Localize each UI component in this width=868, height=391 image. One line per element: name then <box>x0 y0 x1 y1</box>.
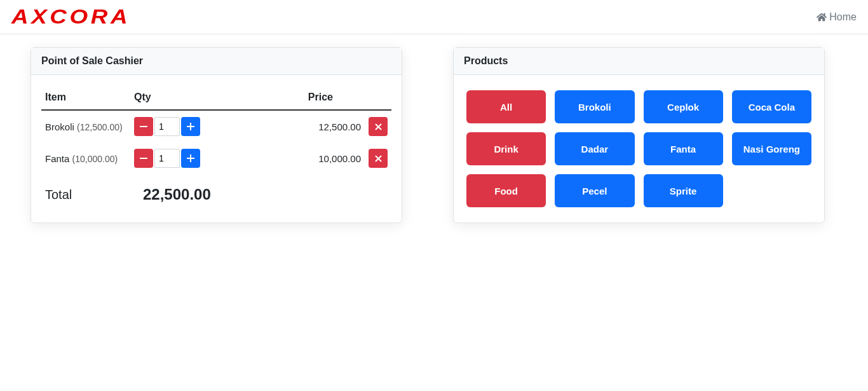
col-item: Item <box>41 85 130 110</box>
plus-icon <box>187 154 194 162</box>
product-pecel[interactable]: Pecel <box>555 174 634 207</box>
minus-icon <box>140 154 147 162</box>
qty-input[interactable] <box>154 117 180 136</box>
main-container: Point of Sale Cashier Item Qty Price Bro… <box>0 34 868 236</box>
delete-line-button[interactable] <box>369 117 388 136</box>
delete-line-button[interactable] <box>369 149 388 168</box>
line-price: 12,500.00 <box>259 110 365 142</box>
navbar: AXCORA Home <box>0 0 868 34</box>
col-qty: Qty <box>130 85 259 110</box>
cashier-card: Point of Sale Cashier Item Qty Price Bro… <box>31 47 402 223</box>
product-food[interactable]: Food <box>466 174 546 207</box>
cashier-title: Point of Sale Cashier <box>31 48 402 75</box>
qty-increment-button[interactable] <box>181 149 200 168</box>
products-title: Products <box>454 48 824 75</box>
qty-decrement-button[interactable] <box>134 117 153 136</box>
svg-rect-2 <box>190 123 191 130</box>
total-value: 22,500.00 <box>143 186 211 203</box>
item-unit-price: (12,500.00) <box>77 122 123 132</box>
col-price: Price <box>259 85 365 110</box>
item-unit-price: (10,000.00) <box>72 154 118 164</box>
item-name: Fanta <box>45 153 69 164</box>
product-fanta[interactable]: Fanta <box>644 132 723 165</box>
qty-increment-button[interactable] <box>181 117 200 136</box>
line-price: 10,000.00 <box>259 142 365 174</box>
close-icon <box>375 155 382 162</box>
total-label: Total <box>41 174 130 210</box>
qty-decrement-button[interactable] <box>134 149 153 168</box>
cart-row: Fanta (10,000.00) <box>41 142 391 174</box>
nav-home-label: Home <box>829 11 857 23</box>
products-card: Products All Brokoli Ceplok Coca Cola Dr… <box>453 47 825 223</box>
product-drink[interactable]: Drink <box>466 132 546 165</box>
item-name: Brokoli <box>45 121 74 132</box>
product-dadar[interactable]: Dadar <box>555 132 634 165</box>
home-icon <box>817 12 827 22</box>
products-grid: All Brokoli Ceplok Coca Cola Drink Dadar… <box>464 85 814 212</box>
cashier-table: Item Qty Price Brokoli (12,500.00) <box>41 85 391 210</box>
product-sprite[interactable]: Sprite <box>644 174 723 207</box>
total-row: Total 22,500.00 <box>41 174 391 210</box>
cart-row: Brokoli (12,500.00) <box>41 110 391 142</box>
product-brokoli[interactable]: Brokoli <box>555 90 634 123</box>
product-ceplok[interactable]: Ceplok <box>644 90 723 123</box>
close-icon <box>375 123 382 130</box>
minus-icon <box>140 123 147 130</box>
product-all[interactable]: All <box>466 90 546 123</box>
product-coca-cola[interactable]: Coca Cola <box>732 90 811 123</box>
svg-rect-0 <box>140 126 147 127</box>
qty-input[interactable] <box>154 149 180 168</box>
svg-rect-3 <box>140 158 147 159</box>
nav-home-link[interactable]: Home <box>817 11 857 23</box>
svg-rect-5 <box>190 154 191 162</box>
brand-logo: AXCORA <box>11 5 130 29</box>
plus-icon <box>187 123 194 130</box>
product-nasi-goreng[interactable]: Nasi Goreng <box>732 132 811 165</box>
